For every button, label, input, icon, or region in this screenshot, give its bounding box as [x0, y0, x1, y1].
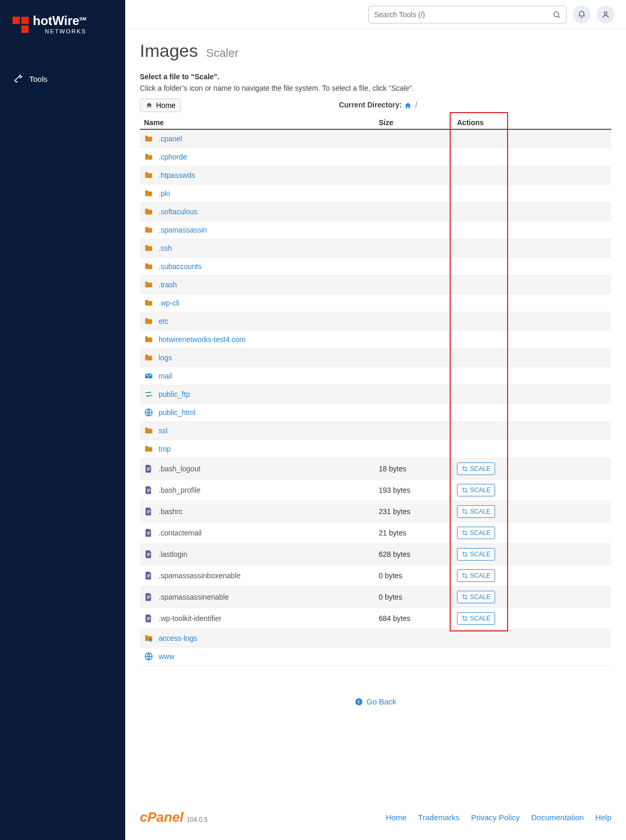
- folder-icon[interactable]: [144, 280, 153, 289]
- search-box[interactable]: [368, 6, 567, 23]
- folder-icon[interactable]: [144, 262, 153, 271]
- table-row: .trash: [140, 276, 611, 294]
- footer-link-help[interactable]: Help: [595, 813, 611, 822]
- footer-link-documentation[interactable]: Documentation: [531, 813, 584, 822]
- folder-link[interactable]: .cphorde: [159, 153, 187, 161]
- table-row: .bashrc 231 bytes SCALE: [140, 501, 611, 522]
- file-size: [375, 258, 453, 276]
- file-size: [375, 166, 453, 185]
- scale-button[interactable]: SCALE: [457, 462, 495, 475]
- folder-icon[interactable]: [144, 189, 153, 198]
- file-size: 684 bytes: [375, 608, 453, 629]
- folder-link[interactable]: .subaccounts: [159, 262, 202, 271]
- file-size: [375, 221, 453, 239]
- file-icon: [144, 571, 153, 580]
- folder-icon[interactable]: [144, 152, 153, 162]
- folder-link[interactable]: .wp-cli: [159, 299, 179, 307]
- folder-link[interactable]: tmp: [159, 445, 171, 453]
- file-name: .contactemail: [159, 529, 201, 537]
- folder-link[interactable]: public_ftp: [159, 390, 190, 398]
- column-actions[interactable]: Actions: [453, 115, 505, 129]
- globe-icon[interactable]: [144, 408, 153, 417]
- scale-button[interactable]: SCALE: [457, 505, 495, 518]
- current-dir-label: Current Directory:: [339, 101, 402, 109]
- folder-icon[interactable]: [144, 426, 153, 435]
- table-row: .subaccounts: [140, 258, 611, 276]
- footer-link-trademarks[interactable]: Trademarks: [418, 813, 459, 822]
- folder-icon[interactable]: [144, 444, 153, 454]
- folder-link[interactable]: .spamassassin: [159, 226, 207, 234]
- file-size: 193 bytes: [375, 480, 453, 501]
- folder-link[interactable]: public_html: [159, 408, 196, 417]
- ftp-icon[interactable]: [144, 389, 153, 399]
- folder-link[interactable]: logs: [159, 354, 172, 362]
- home-path-icon[interactable]: [404, 102, 412, 110]
- scale-label: SCALE: [470, 615, 490, 622]
- folder-link[interactable]: etc: [159, 317, 168, 325]
- folder-icon[interactable]: [144, 134, 153, 143]
- file-name: .wp-toolkit-identifier: [159, 614, 222, 623]
- scale-button[interactable]: SCALE: [457, 569, 495, 582]
- folder-link[interactable]: hotwirenetworks-test4.com: [159, 335, 246, 344]
- crop-icon: [462, 487, 468, 493]
- home-button[interactable]: Home: [140, 99, 181, 112]
- cpanel-brand: cPanel: [140, 809, 184, 825]
- brand-sm: SM: [79, 16, 87, 21]
- scale-button[interactable]: SCALE: [457, 591, 495, 603]
- globe-icon[interactable]: [144, 652, 153, 661]
- table-row: etc: [140, 312, 611, 331]
- folder-icon[interactable]: [144, 298, 153, 308]
- footer-link-privacy-policy[interactable]: Privacy Policy: [471, 813, 520, 822]
- folder-link[interactable]: mail: [159, 372, 172, 380]
- table-row: .bash_logout 18 bytes SCALE: [140, 458, 611, 480]
- current-directory: Current Directory: /: [181, 101, 575, 109]
- folder-link[interactable]: ssl: [159, 427, 167, 435]
- folder-icon[interactable]: [144, 225, 153, 235]
- table-row: .cphorde: [140, 148, 611, 166]
- brand-logo[interactable]: hotWireSM NETWORKS: [0, 0, 125, 51]
- folder-link[interactable]: .trash: [159, 281, 177, 289]
- folder-link[interactable]: .softaculous: [159, 208, 198, 216]
- folder-link[interactable]: .pki: [159, 189, 170, 198]
- scale-label: SCALE: [470, 465, 490, 472]
- scale-button[interactable]: SCALE: [457, 484, 495, 496]
- column-name[interactable]: Name: [140, 115, 375, 129]
- file-icon: [144, 528, 153, 538]
- mail-icon[interactable]: [144, 371, 153, 381]
- logo-mark-icon: [13, 17, 29, 33]
- table-row: .wp-cli: [140, 294, 611, 312]
- instruction-bold: Select a file to “Scale”.: [140, 72, 611, 81]
- folder-icon[interactable]: [144, 335, 153, 344]
- file-icon: [144, 507, 153, 516]
- instruction-prefix: Click a folder’s icon or name to navigat…: [140, 84, 391, 92]
- column-size[interactable]: Size: [375, 115, 453, 129]
- notifications-button[interactable]: [573, 6, 591, 23]
- folder-link[interactable]: access-logs: [159, 634, 197, 642]
- shortcut-icon[interactable]: [144, 634, 153, 643]
- file-size: [375, 148, 453, 166]
- cpanel-logo[interactable]: cPanel 104.0.5: [140, 809, 208, 825]
- folder-icon[interactable]: [144, 171, 153, 180]
- search-input[interactable]: [374, 10, 552, 19]
- scale-button[interactable]: SCALE: [457, 548, 495, 561]
- sidebar-item-tools[interactable]: Tools: [0, 69, 125, 89]
- folder-link[interactable]: .cpanel: [159, 135, 182, 143]
- scale-button[interactable]: SCALE: [457, 612, 495, 625]
- folder-link[interactable]: www: [159, 652, 174, 661]
- footer-link-home[interactable]: Home: [386, 813, 406, 822]
- scale-button[interactable]: SCALE: [457, 527, 495, 539]
- crop-icon: [462, 551, 468, 557]
- account-button[interactable]: [597, 6, 615, 23]
- file-size: [375, 185, 453, 203]
- page-title-main: Images: [140, 41, 198, 60]
- file-icon: [144, 485, 153, 495]
- folder-icon[interactable]: [144, 316, 153, 326]
- folder-icon[interactable]: [144, 244, 153, 253]
- folder-icon[interactable]: [144, 207, 153, 216]
- table-row: access-logs: [140, 629, 611, 648]
- table-row: ssl: [140, 422, 611, 440]
- go-back-link[interactable]: Go Back: [355, 697, 396, 706]
- folder-link[interactable]: .ssh: [159, 244, 172, 252]
- folder-icon[interactable]: [144, 353, 153, 362]
- folder-link[interactable]: .htpasswds: [159, 171, 195, 179]
